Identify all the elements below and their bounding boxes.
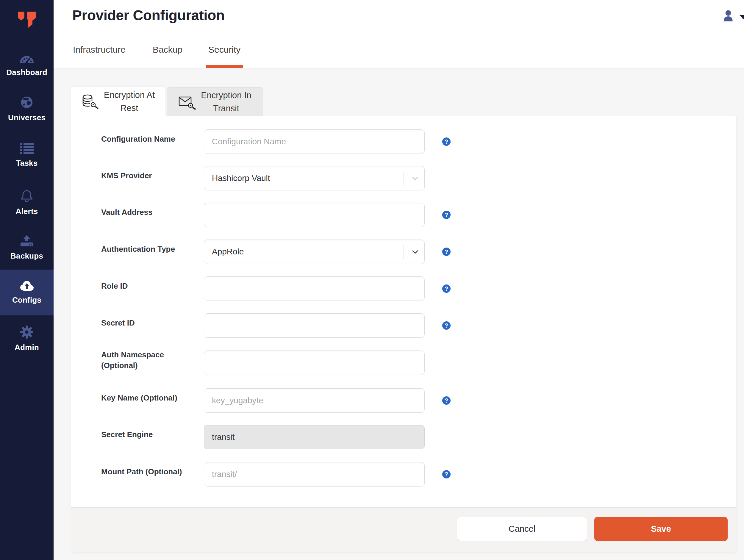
sidebar-item-label: Alerts <box>0 207 53 216</box>
form-row-auth-namespace: Auth Namespace (Optional) <box>0 350 744 377</box>
tab-backup[interactable]: Backup <box>153 45 182 55</box>
field-label: KMS Provider <box>101 170 204 181</box>
chevron-down-icon <box>411 248 420 257</box>
sidebar-item-universes[interactable]: Universes <box>0 96 53 122</box>
envelope-key-icon <box>178 95 196 110</box>
form-row-secret-engine: Secret Engine <box>0 425 744 452</box>
form-row-role-id: Role ID ? <box>0 276 744 303</box>
kms-provider-select[interactable]: Hashicorp Vault <box>204 166 425 190</box>
help-icon[interactable]: ? <box>442 285 451 293</box>
form-row-configuration-name: Configuration Name ? <box>0 129 744 156</box>
sidebar-item-backups[interactable]: Backups <box>0 234 53 261</box>
form-row-secret-id: Secret ID ? <box>0 313 744 340</box>
active-tab-indicator <box>206 65 243 68</box>
sidebar-item-label: Backups <box>0 252 53 261</box>
help-icon[interactable]: ? <box>442 248 451 256</box>
select-value: AppRole <box>212 247 244 257</box>
user-icon <box>721 9 735 23</box>
mount-path-input[interactable] <box>204 462 425 486</box>
backups-upload-icon <box>20 234 34 248</box>
field-label: Secret Engine <box>101 429 204 440</box>
help-icon[interactable]: ? <box>442 138 451 146</box>
subtab-encryption-in-transit[interactable]: Encryption In Transit <box>166 87 263 116</box>
caret-down-icon <box>739 15 744 20</box>
form-row-authentication-type: Authentication Type AppRole ? <box>0 239 744 266</box>
page-title: Provider Configuration <box>72 7 225 24</box>
help-icon[interactable]: ? <box>442 211 451 219</box>
subtab-label: Encryption At Rest <box>104 89 155 115</box>
sidebar-item-dashboard[interactable]: Dashboard <box>0 51 53 77</box>
field-label: Role ID <box>101 281 204 291</box>
form-row-key-name: Key Name (Optional) ? <box>0 388 744 415</box>
form-row-kms-provider: KMS Provider Hashicorp Vault <box>0 166 744 193</box>
role-id-input[interactable] <box>204 276 425 301</box>
sidebar-item-label: Tasks <box>0 159 53 168</box>
help-icon[interactable]: ? <box>442 470 451 479</box>
tab-infrastructure[interactable]: Infrastructure <box>73 45 125 55</box>
secret-id-input[interactable] <box>204 313 425 338</box>
yugabyte-logo-icon <box>17 11 36 29</box>
universes-globe-icon <box>20 96 34 109</box>
sidebar-item-configs[interactable]: Configs <box>0 279 53 305</box>
form-row-vault-address: Vault Address ? <box>0 202 744 229</box>
header-divider <box>711 0 711 35</box>
sidebar-item-tasks[interactable]: Tasks <box>0 143 53 168</box>
sidebar-item-label: Admin <box>0 343 53 352</box>
dashboard-gauge-icon <box>19 51 35 64</box>
alerts-bell-icon <box>20 189 34 203</box>
sidebar-item-label: Configs <box>0 296 53 305</box>
key-name-input[interactable] <box>204 388 425 413</box>
field-label: Auth Namespace (Optional) <box>101 349 204 371</box>
subtab-encryption-at-rest[interactable]: Encryption At Rest <box>71 87 165 116</box>
help-icon[interactable]: ? <box>442 321 451 330</box>
select-divider <box>404 172 404 185</box>
configs-cloud-upload-icon <box>18 279 35 292</box>
field-label: Vault Address <box>101 207 204 218</box>
field-label: Mount Path (Optional) <box>101 466 204 477</box>
authentication-type-select[interactable]: AppRole <box>204 239 425 264</box>
sidebar-item-alerts[interactable]: Alerts <box>0 189 53 216</box>
select-divider <box>404 245 404 259</box>
header: Provider Configuration Infrastructure Ba… <box>53 0 744 68</box>
sidebar-item-admin[interactable]: Admin <box>0 325 53 352</box>
save-button[interactable]: Save <box>594 517 728 541</box>
yugabyte-logo[interactable] <box>17 11 36 29</box>
tab-security[interactable]: Security <box>208 45 240 55</box>
cancel-button[interactable]: Cancel <box>457 517 587 541</box>
field-label: Configuration Name <box>101 134 204 144</box>
sidebar-item-label: Dashboard <box>0 68 53 77</box>
chevron-down-icon <box>411 174 420 183</box>
select-value: Hashicorp Vault <box>212 174 270 183</box>
tasks-list-icon <box>20 143 34 155</box>
field-label: Authentication Type <box>101 244 204 254</box>
user-menu-button[interactable] <box>720 8 744 26</box>
secret-engine-input <box>204 425 425 449</box>
database-key-icon <box>81 94 99 109</box>
field-label: Key Name (Optional) <box>101 393 204 403</box>
vault-address-input[interactable] <box>204 202 425 227</box>
sidebar-item-label: Universes <box>0 113 53 122</box>
field-label: Secret ID <box>101 318 204 328</box>
configuration-name-input[interactable] <box>204 129 425 154</box>
sidebar: Dashboard Universes Tasks Alerts <box>0 0 53 560</box>
subtab-label: Encryption In Transit <box>201 89 251 115</box>
form-row-mount-path: Mount Path (Optional) ? <box>0 462 744 489</box>
admin-gear-icon <box>20 325 34 339</box>
auth-namespace-input[interactable] <box>204 350 425 375</box>
help-icon[interactable]: ? <box>442 396 451 405</box>
